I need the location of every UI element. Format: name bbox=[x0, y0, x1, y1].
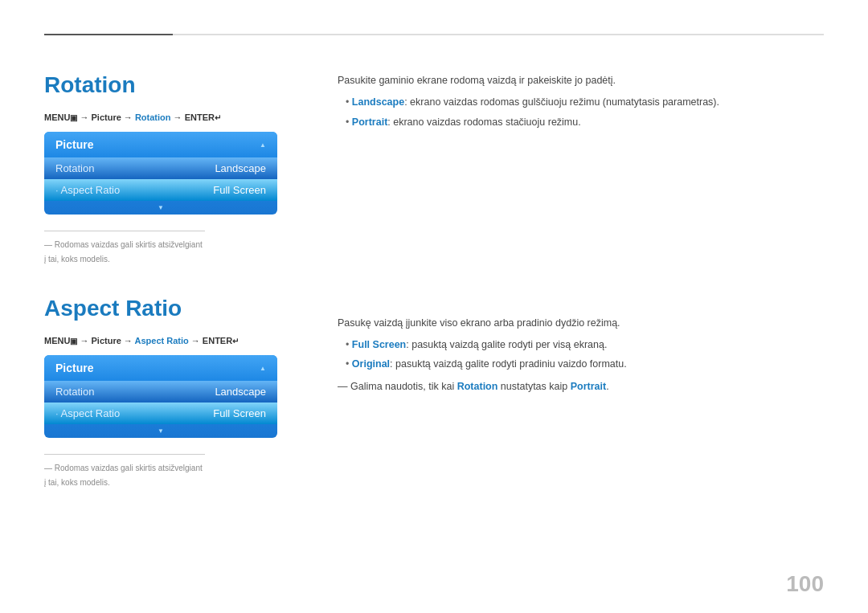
rotation-menu-path: MENU▣ → Picture → Rotation → ENTER↵ bbox=[44, 112, 273, 122]
picture-box-header-2: Picture bbox=[44, 355, 277, 381]
note-suffix: . bbox=[606, 381, 608, 392]
rotation-row-1-label: Rotation bbox=[55, 162, 94, 174]
aspect-ratio-bullet-2-text: : pasuktą vaizdą galite rodyti pradiniu … bbox=[390, 358, 627, 370]
rotation-row-2[interactable]: Aspect Ratio Full Screen bbox=[44, 179, 277, 201]
rotation-bullet-list: Landscape: ekrano vaizdas rodomas gulšči… bbox=[346, 95, 820, 130]
menu-path-text-2: MENU▣ → Picture → Aspect Ratio → ENTER↵ bbox=[44, 336, 239, 345]
note-middle: nustatytas kaip bbox=[497, 381, 570, 392]
aspect-ratio-title: Aspect Ratio bbox=[44, 296, 273, 321]
note-term-portrait: Portrait bbox=[571, 381, 606, 392]
rotation-term-1: Landscape bbox=[352, 96, 404, 108]
aspect-ratio-row-2-value: Full Screen bbox=[213, 407, 266, 419]
right-rotation-section: Pasukite gaminio ekrane rodomą vaizdą ir… bbox=[338, 72, 820, 130]
section-rotation: Rotation MENU▣ → Picture → Rotation → EN… bbox=[44, 72, 273, 265]
page-number: 100 bbox=[786, 571, 824, 597]
aspect-ratio-row-1-value: Landscape bbox=[215, 386, 266, 398]
aspect-ratio-menu-path: MENU▣ → Picture → Aspect Ratio → ENTER↵ bbox=[44, 336, 273, 345]
aspect-ratio-row-2-label: Aspect Ratio bbox=[55, 407, 120, 419]
menu-path-text: MENU▣ → Picture → Rotation → ENTER↵ bbox=[44, 112, 221, 122]
aspect-ratio-picture-box: Picture Rotation Landscape Aspect Ratio … bbox=[44, 355, 277, 438]
aspect-ratio-note-text: Rodomas vaizdas gali skirtis atsižvelgia… bbox=[44, 464, 203, 487]
picture-box-footer-1: ▼ bbox=[44, 201, 277, 215]
picture-box-footer-2: ▼ bbox=[44, 424, 277, 438]
right-column: Pasukite gaminio ekrane rodomą vaizdą ir… bbox=[305, 0, 868, 613]
rotation-note-text: Rodomas vaizdas gali skirtis atsižvelgia… bbox=[44, 240, 203, 264]
aspect-ratio-note: Rodomas vaizdas gali skirtis atsižvelgia… bbox=[44, 454, 205, 488]
left-column: Rotation MENU▣ → Picture → Rotation → EN… bbox=[0, 0, 305, 613]
aspect-ratio-term-2: Original bbox=[352, 358, 390, 370]
top-divider bbox=[44, 34, 824, 35]
rotation-title: Rotation bbox=[44, 72, 273, 98]
picture-box-header-1: Picture bbox=[44, 132, 277, 157]
rotation-row-1[interactable]: Rotation Landscape bbox=[44, 157, 277, 179]
rotation-bullet-2-text: : ekrano vaizdas rodomas stačiuoju režim… bbox=[387, 116, 580, 128]
aspect-ratio-bullet-1-text: : pasuktą vaizdą galite rodyti per visą … bbox=[406, 339, 607, 350]
rotation-term-2: Portrait bbox=[352, 116, 387, 128]
note-term-rotation: Rotation bbox=[457, 381, 498, 392]
right-aspect-ratio-section: Pasukę vaizdą įjunkite viso ekrano arba … bbox=[338, 315, 820, 395]
rotation-picture-box: Picture Rotation Landscape Aspect Ratio … bbox=[44, 132, 277, 215]
aspect-ratio-row-1[interactable]: Rotation Landscape bbox=[44, 381, 277, 403]
aspect-ratio-bullet-2: Original: pasuktą vaizdą galite rodyti p… bbox=[346, 357, 820, 372]
aspect-ratio-term-1: Full Screen bbox=[352, 339, 406, 350]
rotation-row-2-value: Full Screen bbox=[213, 184, 266, 196]
rotation-row-1-value: Landscape bbox=[215, 162, 266, 174]
rotation-bullet-1: Landscape: ekrano vaizdas rodomas gulšči… bbox=[346, 95, 820, 110]
aspect-ratio-bottom-note: Galima naudotis, tik kai Rotation nustat… bbox=[338, 378, 820, 394]
rotation-row-2-label: Aspect Ratio bbox=[55, 184, 120, 196]
rotation-bullet-2: Portrait: ekrano vaizdas rodomas stačiuo… bbox=[346, 115, 820, 130]
note-prefix: Galima naudotis, tik kai bbox=[350, 381, 457, 392]
aspect-ratio-bullet-list: Full Screen: pasuktą vaizdą galite rodyt… bbox=[346, 337, 820, 373]
rotation-bullet-1-text: : ekrano vaizdas rodomas gulščiuoju reži… bbox=[404, 96, 719, 108]
aspect-ratio-bullet-1: Full Screen: pasuktą vaizdą galite rodyt… bbox=[346, 337, 820, 353]
picture-label-1: Picture bbox=[55, 138, 93, 151]
section-aspect-ratio: Aspect Ratio MENU▣ → Picture → Aspect Ra… bbox=[44, 296, 273, 488]
rotation-note: Rodomas vaizdas gali skirtis atsižvelgia… bbox=[44, 231, 205, 265]
picture-label-2: Picture bbox=[55, 362, 93, 374]
rotation-description: Pasukite gaminio ekrane rodomą vaizdą ir… bbox=[338, 72, 820, 88]
aspect-ratio-row-2[interactable]: Aspect Ratio Full Screen bbox=[44, 403, 277, 424]
aspect-ratio-description: Pasukę vaizdą įjunkite viso ekrano arba … bbox=[338, 315, 820, 331]
aspect-ratio-row-1-label: Rotation bbox=[55, 386, 94, 398]
